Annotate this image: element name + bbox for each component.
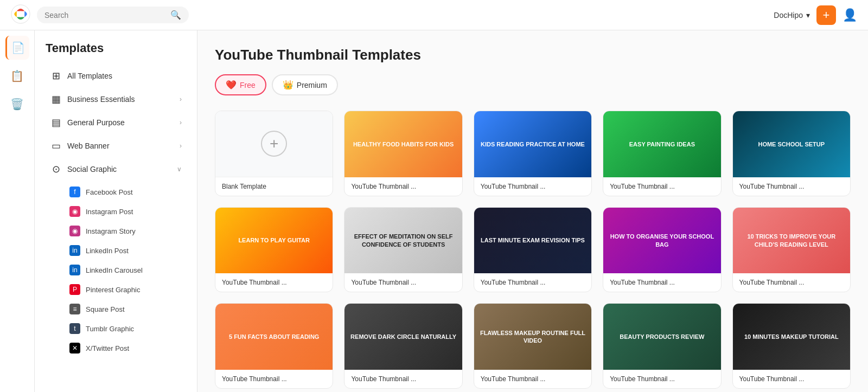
card-thumb: 5 Fun Facts about Reading xyxy=(215,304,333,370)
card-label: YouTube Thumbnail ... xyxy=(344,370,462,388)
card-label: YouTube Thumbnail ... xyxy=(733,273,850,292)
thumb-text: LAST MINUTE EXAM REVISION Tips xyxy=(476,232,589,248)
heart-icon: ❤️ xyxy=(226,80,237,90)
page-title: YouTube Thumbnail Templates xyxy=(215,47,851,63)
template-card-fun-facts[interactable]: 5 Fun Facts about Reading YouTube Thumbn… xyxy=(215,303,333,389)
rail-item-pages[interactable]: 📋 xyxy=(5,64,29,88)
card-thumb: HOME SCHOOL SETUP xyxy=(733,111,850,177)
chevron-icon: › xyxy=(180,95,182,103)
card-thumb: Effect of Meditation on Self Confidence … xyxy=(344,208,462,274)
filter-tab-free[interactable]: ❤️ Free xyxy=(215,74,266,95)
template-card-dark-circle[interactable]: REMOVE DARK CIRCLE naturally YouTube Thu… xyxy=(344,303,462,389)
template-card-reading-level[interactable]: 10 TRICKS TO IMPROVE YOUR CHILD'S READIN… xyxy=(732,207,851,293)
business-icon: ▦ xyxy=(50,93,62,105)
square-post-label: Square Post xyxy=(86,305,125,313)
card-label: YouTube Thumbnail ... xyxy=(474,273,591,292)
linkedin-post-icon: in xyxy=(69,245,80,256)
square-post-icon: ≡ xyxy=(69,304,80,314)
sidebar-item-web-banner[interactable]: ▭ Web Banner › xyxy=(39,134,193,157)
template-card-homeschool[interactable]: HOME SCHOOL SETUP YouTube Thumbnail ... xyxy=(732,111,851,196)
sidebar-item-linkedin-carousel[interactable]: in LinkedIn Carousel xyxy=(63,260,197,280)
sidebar-item-x-twitter[interactable]: ✕ X/Twitter Post xyxy=(63,338,197,358)
document-icon: 📄 xyxy=(11,41,25,54)
create-plus-button[interactable]: + xyxy=(816,5,836,25)
card-thumb: 10 Minutes MAKEUP TUTORIAL xyxy=(733,304,850,370)
sidebar-item-business-essentials[interactable]: ▦ Business Essentials › xyxy=(39,88,193,111)
thumb-text: LEARN TO PLAY GUITAR xyxy=(234,232,314,248)
sidebar-item-tumblr[interactable]: t Tumblr Graphic xyxy=(63,319,197,338)
instagram-post-label: Instagram Post xyxy=(86,208,133,216)
rail-item-trash[interactable]: 🗑️ xyxy=(5,92,29,116)
card-label: YouTube Thumbnail ... xyxy=(474,370,591,388)
thumb-text: Easy Painting Ideas xyxy=(625,136,699,152)
facebook-icon: f xyxy=(69,187,80,197)
card-label: YouTube Thumbnail ... xyxy=(603,273,720,292)
sidebar-item-facebook-post[interactable]: f Facebook Post xyxy=(63,182,197,202)
template-card-exam[interactable]: LAST MINUTE EXAM REVISION Tips YouTube T… xyxy=(474,207,592,293)
search-bar[interactable]: 🔍 xyxy=(37,7,189,23)
linkedin-carousel-label: LinkedIn Carousel xyxy=(86,266,143,274)
thumb-text: 5 Fun Facts about Reading xyxy=(225,329,323,345)
pinterest-label: Pinterest Graphic xyxy=(86,286,140,294)
template-card-kids-reading[interactable]: KIDS READING PRACTICE AT HOME YouTube Th… xyxy=(474,111,592,196)
trash-icon: 🗑️ xyxy=(10,98,24,111)
template-card-guitar[interactable]: LEARN TO PLAY GUITAR YouTube Thumbnail .… xyxy=(215,207,333,293)
search-icon: 🔍 xyxy=(170,10,181,20)
user-avatar-button[interactable]: 👤 xyxy=(843,8,857,22)
instagram-post-icon: ◉ xyxy=(69,206,80,217)
sidebar: Templates ⊞ All Templates ▦ Business Ess… xyxy=(35,30,197,392)
sidebar-item-social-graphic[interactable]: ⊙ Social Graphic ∨ xyxy=(39,158,193,181)
user-icon: 👤 xyxy=(843,8,857,22)
topnav-right: DocHipo ▾ + 👤 xyxy=(774,5,857,25)
template-card-schoolbag[interactable]: HOW TO ORGANISE YOUR SCHOOL BAG YouTube … xyxy=(603,207,721,293)
plus-icon: + xyxy=(823,8,830,22)
blank-thumb: + xyxy=(215,111,333,177)
sidebar-title: Templates xyxy=(35,41,197,64)
card-thumb: REMOVE DARK CIRCLE naturally xyxy=(344,304,462,370)
template-card-meditation[interactable]: Effect of Meditation on Self Confidence … xyxy=(344,207,462,293)
template-card-makeup-routine[interactable]: FLAWLESS MAKEUP ROUTINE FULL VIDEO YouTu… xyxy=(474,303,592,389)
rail-item-document[interactable]: 📄 xyxy=(5,36,29,60)
chevron-icon-2: › xyxy=(180,119,182,126)
sidebar-item-instagram-post[interactable]: ◉ Instagram Post xyxy=(63,202,197,221)
dochipo-button[interactable]: DocHipo ▾ xyxy=(774,11,810,20)
card-thumb: LEARN TO PLAY GUITAR xyxy=(215,208,333,274)
sidebar-item-all-templates[interactable]: ⊞ All Templates xyxy=(39,65,193,87)
general-label: General Purpose xyxy=(67,118,125,127)
chevron-icon-3: › xyxy=(180,142,182,150)
dropdown-icon: ▾ xyxy=(806,11,810,20)
sidebar-item-general-purpose[interactable]: ▤ General Purpose › xyxy=(39,111,193,134)
sidebar-item-pinterest[interactable]: P Pinterest Graphic xyxy=(63,280,197,299)
card-label: YouTube Thumbnail ... xyxy=(344,273,462,292)
sidebar-item-linkedin-post[interactable]: in LinkedIn Post xyxy=(63,241,197,260)
template-card-painting[interactable]: Easy Painting Ideas YouTube Thumbnail ..… xyxy=(603,111,721,196)
template-card-beauty-products[interactable]: BEAUTY PRODUCTS Review YouTube Thumbnail… xyxy=(603,303,721,389)
template-card-10min-makeup[interactable]: 10 Minutes MAKEUP TUTORIAL YouTube Thumb… xyxy=(732,303,851,389)
instagram-story-icon: ◉ xyxy=(69,226,80,236)
template-card-food-habits[interactable]: HEALTHY FOOD HABITS FOR KIDS YouTube Thu… xyxy=(344,111,462,196)
card-label: YouTube Thumbnail ... xyxy=(603,370,720,388)
card-label: YouTube Thumbnail ... xyxy=(733,177,850,196)
social-graphic-label: Social Graphic xyxy=(67,165,117,173)
social-graphic-subitems: f Facebook Post ◉ Instagram Post ◉ Insta… xyxy=(35,181,197,359)
sidebar-item-square-post[interactable]: ≡ Square Post xyxy=(63,299,197,319)
sidebar-item-instagram-story[interactable]: ◉ Instagram Story xyxy=(63,221,197,241)
template-card-blank[interactable]: + Blank Template xyxy=(215,111,333,196)
thumb-text: BEAUTY PRODUCTS Review xyxy=(615,329,709,345)
icon-rail: 📄 📋 🗑️ xyxy=(0,30,35,392)
card-thumb: 10 TRICKS TO IMPROVE YOUR CHILD'S READIN… xyxy=(733,208,850,274)
top-nav: 🔍 DocHipo ▾ + 👤 xyxy=(0,0,868,30)
search-input[interactable] xyxy=(44,11,166,20)
tumblr-icon: t xyxy=(69,323,80,334)
x-twitter-icon: ✕ xyxy=(69,343,80,354)
app-body: 📄 📋 🗑️ Templates ⊞ All Templates ▦ Busin… xyxy=(0,30,868,392)
filter-tab-premium[interactable]: 👑 Premium xyxy=(272,74,338,95)
thumb-text: KIDS READING PRACTICE AT HOME xyxy=(476,136,589,152)
card-label: Blank Template xyxy=(215,177,333,196)
business-label: Business Essentials xyxy=(67,95,135,104)
pages-icon: 📋 xyxy=(10,69,24,82)
logo[interactable] xyxy=(11,4,30,26)
thumb-text: 10 Minutes MAKEUP TUTORIAL xyxy=(740,329,843,345)
linkedin-post-label: LinkedIn Post xyxy=(86,247,129,255)
blank-plus-icon: + xyxy=(261,131,287,157)
